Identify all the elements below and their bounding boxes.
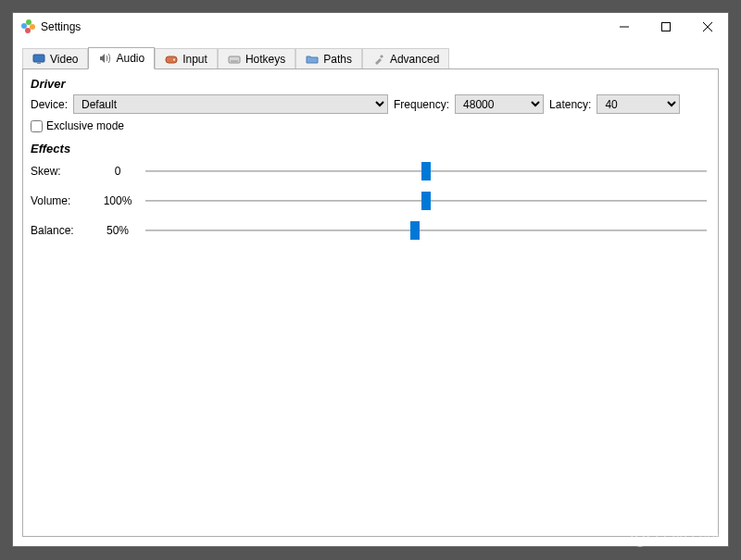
exclusive-mode-checkbox[interactable]: [31, 120, 43, 132]
tab-advanced[interactable]: Advanced: [362, 48, 449, 68]
section-effects-header: Effects: [31, 142, 710, 156]
frequency-select[interactable]: 48000: [455, 94, 544, 114]
keyboard-icon: [228, 53, 241, 66]
gamepad-icon: [165, 53, 178, 66]
device-label: Device:: [31, 98, 68, 111]
skew-row: Skew: 0: [31, 163, 710, 180]
skew-slider-thumb[interactable]: [421, 162, 431, 180]
tab-hotkeys[interactable]: Hotkeys: [218, 48, 295, 68]
client-area: Video Audio Input Hotkeys: [13, 41, 728, 546]
frequency-label: Frequency:: [394, 98, 449, 111]
skew-label: Skew:: [31, 165, 90, 178]
tab-label: Input: [182, 53, 207, 66]
app-icon: [20, 19, 35, 34]
window-title: Settings: [41, 20, 81, 33]
section-driver-header: Driver: [31, 77, 710, 91]
maximize-button[interactable]: [645, 13, 686, 41]
svg-rect-5: [37, 62, 41, 64]
settings-window: Settings Video: [12, 12, 729, 547]
minimize-button[interactable]: [603, 13, 645, 41]
tab-paths[interactable]: Paths: [295, 48, 362, 68]
latency-select[interactable]: 40: [597, 94, 680, 114]
titlebar[interactable]: Settings: [13, 13, 728, 41]
balance-label: Balance:: [31, 224, 90, 237]
tab-page-audio: Driver Device: Default Frequency: 48000 …: [22, 68, 719, 537]
volume-row: Volume: 100%: [31, 193, 710, 209]
tab-label: Video: [50, 53, 78, 66]
close-button[interactable]: [686, 13, 728, 41]
svg-rect-4: [33, 55, 44, 62]
skew-slider[interactable]: [145, 163, 707, 180]
tab-label: Paths: [323, 53, 352, 66]
volume-value: 100%: [90, 194, 145, 207]
svg-rect-8: [229, 56, 240, 63]
speaker-icon: [98, 52, 111, 65]
exclusive-mode-label: Exclusive mode: [46, 119, 124, 132]
tab-label: Advanced: [390, 53, 439, 66]
svg-point-7: [173, 58, 175, 60]
volume-slider-thumb[interactable]: [421, 192, 431, 210]
latency-label: Latency:: [549, 98, 591, 111]
svg-rect-1: [661, 23, 670, 31]
exclusive-mode-row: Exclusive mode: [31, 119, 710, 132]
balance-row: Balance: 50%: [31, 222, 710, 239]
folder-icon: [306, 53, 319, 66]
balance-slider-thumb[interactable]: [410, 221, 420, 240]
balance-value: 50%: [90, 224, 145, 237]
tab-label: Hotkeys: [245, 53, 285, 66]
tab-input[interactable]: Input: [155, 48, 218, 68]
svg-rect-6: [166, 56, 177, 63]
driver-row: Device: Default Frequency: 48000 Latency…: [31, 94, 710, 114]
tools-icon: [372, 53, 385, 66]
tab-audio[interactable]: Audio: [88, 47, 155, 69]
balance-slider[interactable]: [145, 222, 707, 239]
tab-bar: Video Audio Input Hotkeys: [22, 46, 719, 68]
volume-slider[interactable]: [145, 193, 707, 209]
tab-video[interactable]: Video: [22, 48, 88, 68]
skew-value: 0: [90, 165, 145, 178]
tab-label: Audio: [116, 52, 144, 65]
monitor-icon: [32, 53, 45, 66]
volume-label: Volume:: [31, 194, 90, 207]
device-select[interactable]: Default: [73, 94, 388, 114]
window-controls: [603, 13, 728, 41]
